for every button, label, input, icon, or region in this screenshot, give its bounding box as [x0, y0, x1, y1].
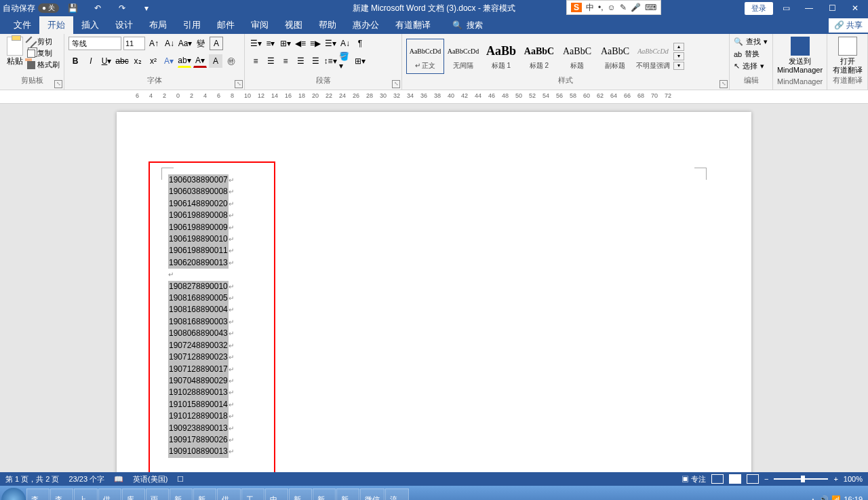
zoom-slider[interactable] [774, 478, 828, 480]
zoom-out-button[interactable]: − [764, 475, 768, 483]
zoom-level[interactable]: 100% [844, 475, 863, 483]
replace-button[interactable]: ab替换 [734, 49, 760, 59]
ime-toolbar[interactable]: S 中•,☺✎🎤⌨ [566, 0, 661, 15]
tab-review[interactable]: 审阅 [243, 16, 277, 34]
taskbar-item[interactable]: 中... [265, 488, 288, 501]
show-marks-button[interactable]: ¶ [353, 37, 367, 50]
document-area[interactable]: 1906038890007↵1906038890008↵190614889002… [0, 104, 868, 472]
shrink-font-button[interactable]: A↓ [163, 37, 176, 50]
close-icon[interactable]: ✕ [845, 3, 865, 13]
page-status[interactable]: 第 1 页，共 2 页 [5, 474, 59, 484]
font-launcher[interactable]: ⤡ [235, 80, 243, 88]
style-无间隔[interactable]: AaBbCcDd无间隔 [444, 39, 482, 74]
grow-font-button[interactable]: A↑ [147, 37, 161, 50]
decrease-indent-button[interactable]: ◀≡ [294, 37, 307, 50]
taskbar-item[interactable]: 供... [217, 488, 240, 501]
taskbar-item[interactable]: 新... [313, 488, 336, 501]
tab-mail[interactable]: 邮件 [209, 16, 243, 34]
superscript-button[interactable]: x² [146, 54, 160, 68]
align-right-button[interactable]: ≡ [279, 54, 292, 68]
borders-button[interactable]: ⊞▾ [353, 54, 367, 68]
shading-button[interactable]: 🪣▾ [338, 54, 352, 68]
font-name-input[interactable] [68, 37, 121, 50]
styles-more[interactable]: ▾ [673, 62, 684, 70]
subscript-button[interactable]: x₂ [131, 54, 144, 68]
autosave-toggle[interactable]: 自动保存 ● 关 [3, 3, 59, 14]
underline-button[interactable]: U▾ [100, 54, 113, 68]
tell-me-search[interactable]: 🔍搜索 [452, 20, 483, 31]
clipboard-launcher[interactable]: ⤡ [54, 80, 62, 88]
char-border-button[interactable]: A [210, 37, 223, 50]
qat-more-icon[interactable]: ▾ [136, 3, 157, 13]
taskbar-item[interactable]: 上... [74, 488, 97, 501]
change-case-button[interactable]: Aa▾ [178, 37, 192, 50]
styles-up[interactable]: ▴ [673, 43, 684, 51]
style-标题 2[interactable]: AaBbC标题 2 [520, 39, 558, 74]
taskbar-item[interactable]: 微信 [360, 488, 384, 501]
bold-button[interactable]: B [68, 54, 82, 68]
char-shading-button[interactable]: A [209, 54, 222, 68]
taskbar-item[interactable]: 工... [241, 488, 264, 501]
sort-button[interactable]: A↓ [338, 37, 352, 50]
line-spacing-button[interactable]: ↕≡▾ [323, 54, 337, 68]
copy-button[interactable]: 复制 [27, 48, 60, 58]
ribbon-options-icon[interactable]: ▭ [776, 3, 796, 13]
paste-button[interactable]: 粘贴 [4, 37, 26, 67]
maximize-icon[interactable]: ☐ [822, 3, 842, 13]
phonetic-guide-button[interactable]: 變 [194, 37, 208, 50]
bullets-button[interactable]: ☰▾ [249, 37, 262, 50]
style-标题[interactable]: AaBbC标题 [558, 39, 596, 74]
language-status[interactable]: 英语(美国) [133, 474, 167, 484]
taskbar-item[interactable]: 供... [98, 488, 121, 501]
clock[interactable]: 16:19 [844, 495, 863, 500]
styles-down[interactable]: ▾ [673, 52, 684, 60]
style-标题 1[interactable]: AaBb标题 1 [482, 39, 520, 74]
youdao-button[interactable]: 打开有道翻译 [831, 37, 863, 75]
taskbar-item[interactable]: 库... [122, 488, 145, 501]
find-button[interactable]: 🔍查找▾ [734, 37, 768, 47]
taskbar-item[interactable]: 雨... [146, 488, 169, 501]
asian-layout-button[interactable]: ☰▾ [323, 37, 337, 50]
enclose-char-button[interactable]: ㊕ [224, 54, 238, 68]
style-副标题[interactable]: AaBbC副标题 [596, 39, 634, 74]
tray-icon[interactable]: 📶 [831, 495, 841, 500]
undo-icon[interactable]: ↶ [87, 3, 108, 13]
accessibility-icon[interactable]: ☐ [177, 475, 184, 484]
save-icon[interactable]: 💾 [63, 3, 83, 13]
tab-help[interactable]: 帮助 [311, 16, 344, 34]
text-effects-button[interactable]: A▾ [162, 54, 176, 68]
strikethrough-button[interactable]: abc [115, 54, 129, 68]
taskbar-item[interactable]: 李... [26, 488, 50, 501]
tab-youdao[interactable]: 有道翻译 [387, 16, 439, 34]
taskbar-item[interactable]: 新... [336, 488, 359, 501]
style-正文[interactable]: AaBbCcDd↵ 正文 [406, 39, 444, 74]
format-painter-button[interactable]: 格式刷 [27, 60, 60, 70]
minimize-icon[interactable]: — [799, 3, 819, 13]
select-button[interactable]: ↖选择▾ [734, 61, 764, 71]
taskbar-item[interactable]: 新... [289, 488, 312, 501]
taskbar-item[interactable]: 李... [50, 488, 73, 501]
tray-icon[interactable]: 🔊 [819, 495, 829, 500]
tab-huioffice[interactable]: 惠办公 [344, 16, 387, 34]
multilevel-button[interactable]: ⊞▾ [279, 37, 292, 50]
tab-design[interactable]: 设计 [107, 16, 141, 34]
login-button[interactable]: 登录 [745, 2, 773, 15]
start-button[interactable] [1, 488, 26, 501]
focus-mode-button[interactable]: ▣ 专注 [682, 474, 706, 484]
tab-references[interactable]: 引用 [175, 16, 209, 34]
numbering-button[interactable]: ≡▾ [264, 37, 277, 50]
share-button[interactable]: 🔗 共享 [829, 18, 868, 33]
taskbar-item[interactable]: 流... [385, 488, 408, 501]
italic-button[interactable]: I [84, 54, 98, 68]
mindmanager-button[interactable]: 发送到MindManager [777, 37, 823, 77]
taskbar-item[interactable]: 新... [193, 488, 216, 501]
document-text[interactable]: 1906038890007↵1906038890008↵190614889002… [168, 174, 700, 458]
tray-icon[interactable]: ▲ [810, 496, 817, 501]
tab-insert[interactable]: 插入 [73, 16, 107, 34]
tab-home[interactable]: 开始 [39, 16, 73, 34]
distribute-button[interactable]: ☰ [309, 54, 322, 68]
para-launcher[interactable]: ⤡ [392, 80, 400, 88]
print-view-button[interactable] [729, 474, 741, 484]
redo-icon[interactable]: ↷ [112, 3, 132, 13]
justify-button[interactable]: ☰ [294, 54, 307, 68]
